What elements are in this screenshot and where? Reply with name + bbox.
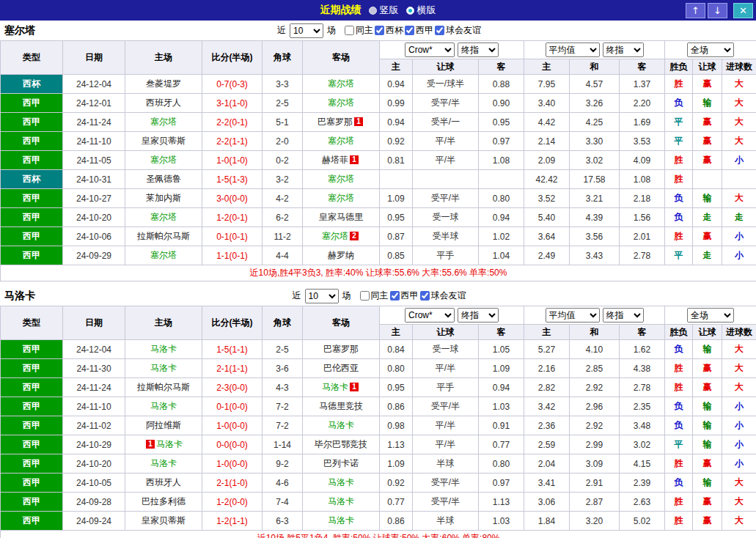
avg-odds-away: 2.18: [620, 189, 665, 208]
filter-checkbox[interactable]: [360, 291, 370, 301]
league-type-cell: 西甲: [1, 113, 63, 132]
column-header: 客: [479, 325, 524, 340]
avg-odds-home: 2.16: [524, 359, 570, 378]
avg-odds-away: 1.08: [620, 170, 665, 189]
filter-checkbox[interactable]: [390, 291, 400, 301]
avg-odds-away: 1.56: [620, 208, 665, 227]
filter-checkbox-label: 同主: [371, 290, 389, 302]
match-date: 24-10-05: [63, 473, 125, 493]
handicap-odds-away: 0.88: [479, 75, 524, 94]
filter-checkbox[interactable]: [345, 26, 354, 35]
layout-radio-horizontal[interactable]: 横版: [406, 4, 436, 17]
league-type-cell: 西杯: [1, 75, 63, 94]
match-date: 24-11-05: [63, 151, 125, 170]
corner-score: 6-2: [263, 208, 303, 227]
match-home-team-cell: 马洛卡: [125, 454, 202, 473]
column-header: 客场: [303, 306, 380, 340]
avg-odds-draw: 3.09: [570, 454, 620, 473]
handicap-odds-away: 0.94: [479, 378, 524, 397]
move-down-button[interactable]: ↓: [708, 3, 727, 18]
bookmaker-select[interactable]: Crow*: [405, 308, 455, 323]
match-score: 3-0(0-0): [202, 189, 263, 208]
match-date: 24-09-24: [63, 512, 125, 531]
match-score: 1-0(1-0): [202, 151, 263, 170]
handicap-result-cell: 输: [693, 94, 722, 113]
bookmaker-select[interactable]: Crow*: [405, 43, 455, 57]
home-team-name: 西班牙人: [146, 477, 181, 487]
avg-odds-away: 4.38: [620, 359, 665, 378]
average-time-select[interactable]: 终指: [603, 43, 644, 57]
scope-select[interactable]: 全场: [687, 308, 734, 323]
filter-checkbox[interactable]: [435, 26, 444, 35]
filter-checkbox-option[interactable]: 同主: [345, 24, 373, 37]
result-cell: 胜: [665, 170, 693, 189]
bookmaker-time-select[interactable]: 终指: [458, 43, 499, 57]
handicap-odds-home: 1.09: [380, 189, 413, 208]
scope-select[interactable]: 全场: [687, 43, 734, 57]
handicap-result-cell: [693, 170, 722, 189]
average-select[interactable]: 平均值: [546, 43, 600, 57]
column-header: 角球: [263, 41, 303, 75]
recent-count-select[interactable]: 10: [305, 289, 339, 303]
handicap-odds-home: 0.87: [380, 227, 413, 246]
handicap-odds-home: 0.84: [380, 340, 413, 359]
avg-odds-draw: 2.96: [570, 397, 620, 416]
handicap-odds-home: 0.92: [380, 473, 413, 493]
average-time-select[interactable]: 终指: [603, 308, 644, 323]
filter-checkbox-option[interactable]: 同主: [360, 290, 389, 302]
goals-result-cell: 大: [722, 359, 756, 378]
summary-text: 近10场,胜4平3负3, 胜率:40% 让球率:55.6% 大率:55.6% 单…: [1, 265, 756, 281]
corner-score: 11-2: [263, 227, 303, 246]
corner-score: 3-2: [263, 170, 303, 189]
match-date: 24-12-04: [63, 340, 125, 359]
column-header: 让球: [693, 325, 722, 340]
goals-result-cell: 走: [722, 208, 756, 227]
match-away-team-cell: 塞尔塔: [303, 75, 380, 94]
filter-checkbox[interactable]: [405, 26, 414, 35]
handicap-line: 受平/半: [413, 493, 479, 512]
filter-prefix-label: 近: [293, 290, 301, 302]
corner-score: 0-2: [263, 151, 303, 170]
match-score: 1-2(0-1): [202, 208, 263, 227]
avg-odds-home: 3.40: [524, 94, 570, 113]
table-row: 西甲24-09-29塞尔塔1-1(0-1)4-4赫罗纳0.85平手1.042.4…: [1, 246, 756, 265]
avg-odds-draw: 2.87: [570, 493, 620, 512]
avg-odds-draw: 3.43: [570, 246, 620, 265]
close-icon: ✕: [739, 6, 747, 15]
corner-score: 3-3: [263, 75, 303, 94]
avg-odds-away: 3.53: [620, 132, 665, 151]
bookmaker-time-select[interactable]: 终指: [458, 308, 499, 323]
handicap-line: 平/半: [413, 151, 479, 170]
filter-checkbox[interactable]: [420, 291, 430, 301]
filter-checkbox-option[interactable]: 西甲: [405, 24, 433, 37]
layout-radio-vertical[interactable]: 竖版: [369, 4, 399, 17]
match-date: 24-11-10: [63, 132, 125, 151]
handicap-odds-away: 0.80: [479, 454, 524, 473]
filter-checkbox-option[interactable]: 西甲: [390, 290, 419, 302]
filter-checkbox-option[interactable]: 球会友谊: [420, 290, 466, 302]
away-team-name: 塞尔塔: [328, 97, 354, 108]
home-team-name: 马洛卡: [150, 401, 177, 411]
home-team-name: 西班牙人: [146, 97, 181, 108]
layout-vertical-label: 竖版: [380, 4, 399, 17]
handicap-odds-away: 1.08: [479, 151, 524, 170]
close-button[interactable]: ✕: [733, 3, 753, 18]
goals-result-cell: 小: [722, 227, 756, 246]
filter-checkbox-option[interactable]: 球会友谊: [435, 24, 481, 37]
handicap-odds-home: 0.95: [380, 208, 413, 227]
filter-checkbox[interactable]: [375, 26, 384, 35]
match-away-team-cell: 赫塔菲1: [303, 151, 380, 170]
avg-odds-draw: 17.58: [570, 170, 620, 189]
average-select[interactable]: 平均值: [546, 308, 600, 323]
recent-count-select[interactable]: 10: [290, 23, 323, 38]
match-date: 24-11-24: [63, 378, 125, 397]
move-up-button[interactable]: ↑: [686, 3, 705, 18]
table-row: 西甲24-10-27莱加内斯3-0(0-0)4-2塞尔塔1.09受平/半0.80…: [1, 189, 756, 208]
red-card-badge: 1: [350, 383, 359, 391]
match-date: 24-11-24: [63, 113, 125, 132]
bookmaker-odds-group: Crow*终指: [380, 41, 524, 59]
result-cell: 负: [665, 208, 693, 227]
corner-score: 2-5: [263, 340, 303, 359]
table-row: 西甲24-11-05塞尔塔1-0(1-0)0-2赫塔菲10.81平/半1.082…: [1, 151, 756, 170]
filter-checkbox-option[interactable]: 西杯: [375, 24, 403, 37]
